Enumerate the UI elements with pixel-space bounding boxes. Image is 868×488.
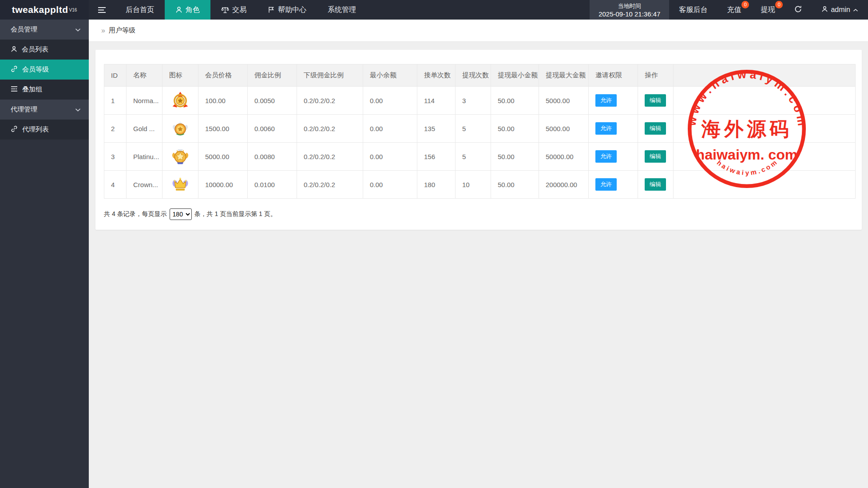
breadcrumb: » 用户等级 <box>89 20 868 42</box>
cell-icon <box>163 87 198 115</box>
cell-empty <box>674 115 856 143</box>
link-icon <box>11 65 18 74</box>
cell-action: 编辑 <box>638 115 674 143</box>
cell-id: 3 <box>104 143 127 171</box>
badge-crown-icon <box>171 180 190 188</box>
cell-name: Gold ... <box>127 115 163 143</box>
cell-min-balance: 0.00 <box>363 87 417 115</box>
topbar-spacer <box>367 0 590 20</box>
cell-action: 编辑 <box>638 143 674 171</box>
tab-system-label: 系统管理 <box>328 5 356 15</box>
service-backend-label: 客服后台 <box>679 5 707 15</box>
sidebar-item-member-list[interactable]: 会员列表 <box>0 40 89 60</box>
table-header-row: ID 名称 图标 会员价格 佣金比例 下级佣金比例 最小余额 接单次数 提现次数… <box>104 64 856 87</box>
badge-gold-icon <box>171 124 190 132</box>
sidebar-item-member-list-label: 会员列表 <box>22 45 48 54</box>
cell-sub-commission: 0.2/0.2/0.2 <box>297 87 363 115</box>
allow-button[interactable]: 允许 <box>595 178 617 191</box>
cell-min-balance: 0.00 <box>363 171 417 199</box>
tab-help-center-label: 帮助中心 <box>278 5 306 15</box>
cell-empty <box>674 87 856 115</box>
service-backend-button[interactable]: 客服后台 <box>669 0 717 20</box>
cell-withdraw-max: 5000.00 <box>539 115 589 143</box>
sidebar: 会员管理 会员列表 会员等级 叠加组 代理管理 <box>0 20 89 488</box>
table-row: 3 Platinu... <box>104 143 856 171</box>
cell-empty <box>674 143 856 171</box>
local-time-label: 当地时间 <box>598 2 660 10</box>
allow-button[interactable]: 允许 <box>595 150 617 163</box>
refresh-icon <box>794 5 802 15</box>
cell-price: 5000.00 <box>198 143 248 171</box>
sidebar-group-member-management[interactable]: 会员管理 <box>0 20 89 40</box>
header-empty <box>674 64 856 87</box>
cell-withdraw-min: 50.00 <box>491 143 539 171</box>
allow-button[interactable]: 允许 <box>595 122 617 135</box>
recharge-badge: 0 <box>741 1 749 8</box>
cell-icon <box>163 171 198 199</box>
sidebar-item-member-level[interactable]: 会员等级 <box>0 60 89 80</box>
breadcrumb-arrows-icon: » <box>101 27 105 35</box>
app-logo: tweakappltd V16 <box>0 0 89 20</box>
sidebar-group-agent-label: 代理管理 <box>11 105 37 114</box>
badge-normal-icon <box>171 96 190 104</box>
app-logo-version: V16 <box>69 8 77 12</box>
cell-min-balance: 0.00 <box>363 143 417 171</box>
sidebar-item-agent-list[interactable]: 代理列表 <box>0 120 89 140</box>
chevron-down-icon <box>75 106 81 113</box>
tab-help-center[interactable]: 帮助中心 <box>257 0 317 20</box>
recharge-button[interactable]: 充值 0 <box>717 0 751 20</box>
header-invite: 邀请权限 <box>589 64 638 87</box>
tab-system[interactable]: 系统管理 <box>317 0 367 20</box>
cell-orders: 180 <box>417 171 456 199</box>
edit-button[interactable]: 编辑 <box>645 150 666 163</box>
app-logo-text: tweakappltd <box>12 4 68 15</box>
list-icon <box>11 86 18 93</box>
topbar: tweakappltd V16 后台首页 角色 交易 帮助 <box>0 0 868 20</box>
per-page-select[interactable]: 180 <box>170 208 192 220</box>
edit-button[interactable]: 编辑 <box>645 122 666 135</box>
sidebar-toggle-button[interactable] <box>89 0 115 20</box>
local-time-value: 2025-09-10 21:36:47 <box>598 10 660 19</box>
user-level-card: ID 名称 图标 会员价格 佣金比例 下级佣金比例 最小余额 接单次数 提现次数… <box>95 50 862 230</box>
cell-min-balance: 0.00 <box>363 115 417 143</box>
cell-withdraw-max: 5000.00 <box>539 87 589 115</box>
tab-trade[interactable]: 交易 <box>210 0 257 20</box>
admin-menu[interactable]: admin <box>812 0 868 20</box>
cell-commission: 0.0050 <box>248 87 297 115</box>
header-icon: 图标 <box>163 64 198 87</box>
cell-withdraw-times: 3 <box>456 87 491 115</box>
cell-commission: 0.0080 <box>248 143 297 171</box>
edit-button[interactable]: 编辑 <box>645 94 666 107</box>
cell-price: 1500.00 <box>198 115 248 143</box>
tab-roles[interactable]: 角色 <box>165 0 210 20</box>
withdraw-button[interactable]: 提现 0 <box>751 0 785 20</box>
content-body: ID 名称 图标 会员价格 佣金比例 下级佣金比例 最小余额 接单次数 提现次数… <box>89 42 868 488</box>
sidebar-group-agent-management[interactable]: 代理管理 <box>0 100 89 120</box>
page-title: 用户等级 <box>109 26 135 35</box>
cell-name: Norma... <box>127 87 163 115</box>
cell-price: 100.00 <box>198 87 248 115</box>
sidebar-item-overlay-group[interactable]: 叠加组 <box>0 80 89 100</box>
header-action: 操作 <box>638 64 674 87</box>
badge-platinum-icon <box>171 152 190 160</box>
admin-user-icon <box>821 6 828 14</box>
main-content: » 用户等级 ID 名称 图标 <box>89 20 868 488</box>
cell-withdraw-max: 50000.00 <box>539 143 589 171</box>
cell-invite: 允许 <box>589 143 638 171</box>
refresh-button[interactable] <box>785 0 812 20</box>
header-commission: 佣金比例 <box>248 64 297 87</box>
flag-icon <box>268 6 275 13</box>
cell-withdraw-times: 5 <box>456 143 491 171</box>
header-withdraw-max: 提现最大金额 <box>539 64 589 87</box>
cell-invite: 允许 <box>589 115 638 143</box>
pagination-prefix: 共 4 条记录，每页显示 <box>104 210 167 218</box>
recharge-label: 充值 <box>727 5 741 15</box>
cell-name: Crown... <box>127 171 163 199</box>
user-level-table: ID 名称 图标 会员价格 佣金比例 下级佣金比例 最小余额 接单次数 提现次数… <box>104 64 856 199</box>
header-withdraw-times: 提现次数 <box>456 64 491 87</box>
cell-orders: 135 <box>417 115 456 143</box>
allow-button[interactable]: 允许 <box>595 94 617 107</box>
hamburger-icon <box>98 7 106 13</box>
edit-button[interactable]: 编辑 <box>645 178 666 191</box>
tab-dashboard[interactable]: 后台首页 <box>115 0 165 20</box>
